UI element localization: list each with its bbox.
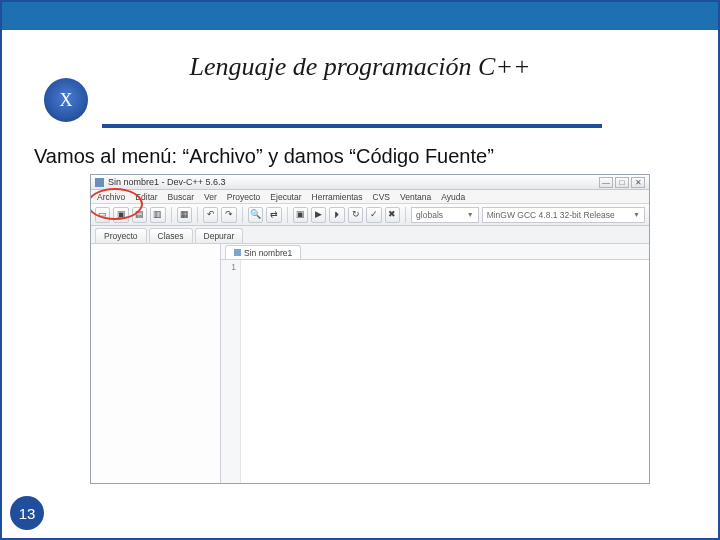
toolbar-separator [287, 207, 288, 223]
ide-toolbar: ▭ ▣ ▤ ▥ ▦ ↶ ↷ 🔍 ⇄ ▣ ▶ ⏵ ↻ ✓ ✖ globals ▼ [91, 204, 649, 226]
institution-logo: X [44, 78, 88, 122]
code-editor[interactable] [241, 260, 649, 483]
editor-tabbar: Sin nombre1 [221, 244, 649, 260]
compile-button[interactable]: ▣ [293, 207, 308, 223]
menu-ejecutar[interactable]: Ejecutar [270, 192, 301, 202]
editor-tab-sinnombre1[interactable]: Sin nombre1 [225, 245, 301, 259]
save-button[interactable]: ▤ [132, 207, 147, 223]
new-file-button[interactable]: ▭ [95, 207, 110, 223]
toolbar-separator [197, 207, 198, 223]
editor-area: 1 [221, 260, 649, 483]
side-tab-proyecto[interactable]: Proyecto [95, 228, 147, 243]
ide-title-text: Sin nombre1 - Dev-C++ 5.6.3 [108, 177, 226, 187]
slide-title: Lenguaje de programación C++ [2, 52, 718, 82]
save-all-button[interactable]: ▥ [150, 207, 165, 223]
menu-archivo[interactable]: Archivo [97, 192, 125, 202]
title-underline [102, 124, 602, 128]
logo-letter: X [60, 90, 73, 111]
undo-button[interactable]: ↶ [203, 207, 218, 223]
print-icon: ▦ [180, 210, 189, 219]
app-icon [95, 178, 104, 187]
open-folder-icon: ▣ [117, 210, 126, 219]
open-file-button[interactable]: ▣ [113, 207, 128, 223]
print-button[interactable]: ▦ [177, 207, 192, 223]
ide-titlebar: Sin nombre1 - Dev-C++ 5.6.3 — □ ✕ [91, 175, 649, 190]
chevron-down-icon: ▼ [467, 211, 474, 218]
stop-icon: ✖ [388, 210, 396, 219]
chevron-down-icon: ▼ [633, 211, 640, 218]
rebuild-icon: ↻ [352, 210, 360, 219]
menu-herramientas[interactable]: Herramientas [312, 192, 363, 202]
save-icon: ▤ [135, 210, 144, 219]
debug-icon: ✓ [370, 210, 378, 219]
minimize-button[interactable]: — [599, 177, 613, 188]
side-tab-depurar[interactable]: Depurar [195, 228, 244, 243]
debug-button[interactable]: ✓ [366, 207, 381, 223]
project-sidebar [91, 244, 221, 483]
toolbar-separator [242, 207, 243, 223]
menu-cvs[interactable]: CVS [373, 192, 390, 202]
menu-ventana[interactable]: Ventana [400, 192, 431, 202]
menu-ver[interactable]: Ver [204, 192, 217, 202]
editor-wrap: Sin nombre1 1 [221, 244, 649, 483]
compiler-combo-value: MinGW GCC 4.8.1 32-bit Release [487, 210, 615, 220]
run-button[interactable]: ▶ [311, 207, 326, 223]
undo-icon: ↶ [207, 210, 215, 219]
page-number-badge: 13 [10, 496, 44, 530]
slide-top-bar [2, 2, 718, 30]
scope-combo-value: globals [416, 210, 443, 220]
new-file-icon: ▭ [98, 210, 107, 219]
menu-buscar[interactable]: Buscar [168, 192, 194, 202]
ide-body: Sin nombre1 1 [91, 244, 649, 483]
stop-button[interactable]: ✖ [385, 207, 400, 223]
ide-menubar: Archivo Editar Buscar Ver Proyecto Ejecu… [91, 190, 649, 204]
file-icon [234, 249, 241, 256]
window-controls: — □ ✕ [599, 177, 645, 188]
menu-ayuda[interactable]: Ayuda [441, 192, 465, 202]
editor-tab-label: Sin nombre1 [244, 248, 292, 258]
compile-run-button[interactable]: ⏵ [329, 207, 344, 223]
scope-combo[interactable]: globals ▼ [411, 207, 479, 223]
find-button[interactable]: 🔍 [248, 207, 263, 223]
save-all-icon: ▥ [153, 210, 162, 219]
replace-button[interactable]: ⇄ [266, 207, 281, 223]
run-icon: ▶ [315, 210, 322, 219]
toolbar-separator [171, 207, 172, 223]
slide-caption: Vamos al menú: “Archivo” y damos “Código… [34, 145, 494, 168]
menu-editar[interactable]: Editar [135, 192, 157, 202]
redo-button[interactable]: ↷ [221, 207, 236, 223]
compile-run-icon: ⏵ [333, 210, 342, 219]
line-gutter: 1 [221, 260, 241, 483]
gutter-line-1: 1 [221, 262, 236, 272]
compile-icon: ▣ [296, 210, 305, 219]
redo-icon: ↷ [225, 210, 233, 219]
rebuild-button[interactable]: ↻ [348, 207, 363, 223]
search-icon: 🔍 [250, 210, 261, 219]
menu-proyecto[interactable]: Proyecto [227, 192, 261, 202]
compiler-combo[interactable]: MinGW GCC 4.8.1 32-bit Release ▼ [482, 207, 645, 223]
replace-icon: ⇄ [270, 210, 278, 219]
side-tab-clases[interactable]: Clases [149, 228, 193, 243]
maximize-button[interactable]: □ [615, 177, 629, 188]
page-number: 13 [19, 505, 36, 522]
close-button[interactable]: ✕ [631, 177, 645, 188]
side-panel-tabbar: Proyecto Clases Depurar [91, 226, 649, 244]
ide-window: Sin nombre1 - Dev-C++ 5.6.3 — □ ✕ Archiv… [90, 174, 650, 484]
toolbar-separator [405, 207, 406, 223]
slide-frame: Lenguaje de programación C++ X Vamos al … [0, 0, 720, 540]
